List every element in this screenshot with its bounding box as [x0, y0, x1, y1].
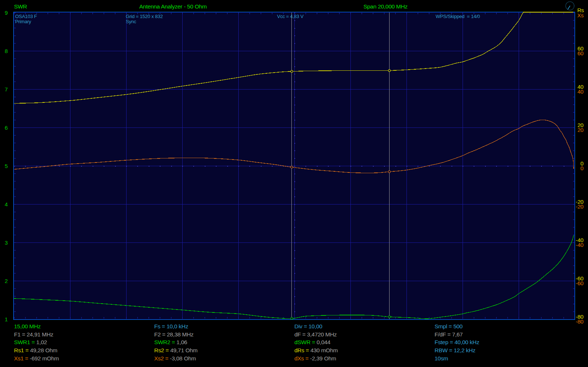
svg-text:-80: -80	[576, 318, 584, 325]
svg-text:6: 6	[5, 125, 8, 131]
svg-text:7: 7	[5, 86, 8, 92]
svg-text:dF = 3,4720 MHz: dF = 3,4720 MHz	[294, 331, 337, 338]
svg-text:Sync: Sync	[126, 19, 136, 24]
svg-text:SWR1 = 1,02: SWR1 = 1,02	[14, 339, 47, 345]
svg-text:F1 = 24,91 MHz: F1 = 24,91 MHz	[14, 331, 53, 338]
svg-text:SWR: SWR	[14, 3, 27, 10]
svg-text:Smpl = 500: Smpl = 500	[435, 323, 463, 329]
svg-text:Fstep = 40,00 kHz: Fstep = 40,00 kHz	[435, 339, 479, 345]
svg-text:1: 1	[5, 316, 8, 322]
svg-text:Xs2 = -3,08 Ohm: Xs2 = -3,08 Ohm	[154, 355, 196, 361]
svg-text:2: 2	[5, 278, 8, 284]
svg-text:Rs1 = 49,28 Ohm: Rs1 = 49,28 Ohm	[14, 347, 57, 353]
svg-text:9: 9	[5, 10, 8, 16]
svg-text:WPS/Skipped = 14/0: WPS/Skipped = 14/0	[436, 14, 480, 19]
svg-text:10sm: 10sm	[435, 355, 448, 361]
svg-text:-60: -60	[576, 280, 584, 286]
svg-text:Primary: Primary	[15, 19, 31, 24]
svg-text:OSA103 F: OSA103 F	[15, 14, 37, 19]
svg-text:8: 8	[5, 48, 8, 54]
svg-text:Antenna Analyzer - 50 Ohm: Antenna Analyzer - 50 Ohm	[139, 3, 207, 10]
svg-text:20: 20	[577, 127, 583, 133]
svg-text:60: 60	[577, 50, 583, 56]
svg-text:Vcc = 4,83 V: Vcc = 4,83 V	[277, 14, 304, 19]
svg-text:0: 0	[580, 165, 583, 171]
svg-text:5: 5	[5, 163, 8, 169]
svg-text:dRs = 430 mOhm: dRs = 430 mOhm	[294, 347, 338, 353]
svg-text:40: 40	[577, 88, 583, 95]
svg-text:-20: -20	[576, 203, 584, 210]
svg-text:F2 = 28,38 MHz: F2 = 28,38 MHz	[154, 331, 194, 338]
svg-text:dXs = -2,39 Ohm: dXs = -2,39 Ohm	[294, 355, 336, 361]
svg-text:F/dF = 7,67: F/dF = 7,67	[435, 331, 463, 338]
svg-text:-40: -40	[576, 242, 584, 248]
svg-text:Grid = 1520 x 832: Grid = 1520 x 832	[126, 14, 163, 19]
svg-text:SWR2 = 1,06: SWR2 = 1,06	[154, 339, 187, 345]
svg-text:Span 20,000 MHz: Span 20,000 MHz	[363, 3, 408, 10]
svg-text:3: 3	[5, 240, 8, 246]
svg-text:Fs = 10,0 kHz: Fs = 10,0 kHz	[154, 323, 188, 329]
svg-text:15,00 MHz: 15,00 MHz	[14, 323, 41, 329]
svg-text:Div = 10,00: Div = 10,00	[294, 323, 322, 329]
svg-text:Rs2 = 49,71 Ohm: Rs2 = 49,71 Ohm	[154, 347, 197, 353]
svg-text:Xs: Xs	[577, 12, 584, 18]
svg-text:Xs1 = -692 mOhm: Xs1 = -692 mOhm	[14, 355, 59, 361]
svg-text:dSWR = 0,044: dSWR = 0,044	[294, 339, 331, 345]
svg-text:4: 4	[5, 201, 8, 207]
svg-text:RBW = 12,2 kHz: RBW = 12,2 kHz	[435, 347, 475, 353]
